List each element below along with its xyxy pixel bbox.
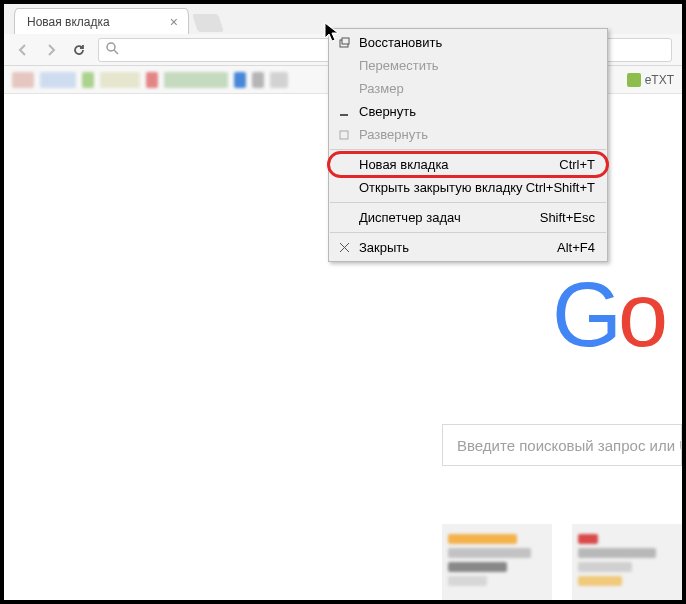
tab-active[interactable]: Новая вкладка × bbox=[14, 8, 189, 34]
svg-rect-5 bbox=[340, 131, 348, 139]
new-tab-button[interactable] bbox=[192, 14, 224, 32]
reload-button[interactable] bbox=[70, 41, 88, 59]
bookmark-item[interactable] bbox=[12, 72, 34, 88]
bookmark-item-etxt[interactable]: eTXT bbox=[627, 72, 674, 88]
bookmark-item[interactable] bbox=[82, 72, 94, 88]
site-tile[interactable] bbox=[442, 524, 552, 600]
menu-label: Открыть закрытую вкладку bbox=[359, 180, 523, 195]
tile-blur bbox=[448, 548, 531, 558]
tab-title: Новая вкладка bbox=[27, 15, 110, 29]
minimize-icon bbox=[337, 106, 351, 118]
menu-separator bbox=[330, 232, 606, 233]
menu-close[interactable]: Закрыть Alt+F4 bbox=[329, 236, 607, 259]
svg-line-1 bbox=[114, 50, 118, 54]
google-logo: Go bbox=[552, 264, 682, 367]
tile-blur bbox=[578, 548, 656, 558]
browser-window: Новая вкладка × e bbox=[4, 4, 682, 600]
maximize-icon bbox=[337, 129, 351, 141]
tile-blur bbox=[578, 576, 622, 586]
menu-size: Размер bbox=[329, 77, 607, 100]
search-icon bbox=[105, 41, 119, 59]
bookmark-item[interactable] bbox=[40, 72, 76, 88]
bookmark-label: eTXT bbox=[645, 73, 674, 87]
bookmark-item[interactable] bbox=[252, 72, 264, 88]
bookmark-item[interactable] bbox=[234, 72, 246, 88]
tile-blur bbox=[448, 562, 507, 572]
svg-rect-3 bbox=[342, 38, 349, 44]
tile-blur bbox=[578, 562, 632, 572]
close-icon bbox=[337, 242, 351, 253]
menu-label: Закрыть bbox=[359, 240, 409, 255]
menu-shortcut: Ctrl+Shift+T bbox=[526, 180, 595, 195]
search-placeholder: Введите поисковый запрос или URL bbox=[457, 437, 682, 454]
menu-label: Диспетчер задач bbox=[359, 210, 461, 225]
site-tile[interactable] bbox=[572, 524, 682, 600]
back-button[interactable] bbox=[14, 41, 32, 59]
menu-move: Переместить bbox=[329, 54, 607, 77]
menu-label: Развернуть bbox=[359, 127, 428, 142]
menu-maximize: Развернуть bbox=[329, 123, 607, 146]
bookmark-item[interactable] bbox=[146, 72, 158, 88]
menu-label: Свернуть bbox=[359, 104, 416, 119]
close-tab-icon[interactable]: × bbox=[170, 15, 178, 29]
menu-separator bbox=[330, 202, 606, 203]
menu-minimize[interactable]: Свернуть bbox=[329, 100, 607, 123]
bookmark-item[interactable] bbox=[270, 72, 288, 88]
tile-blur bbox=[448, 534, 517, 544]
menu-label: Размер bbox=[359, 81, 404, 96]
menu-label: Переместить bbox=[359, 58, 439, 73]
menu-shortcut: Alt+F4 bbox=[557, 240, 595, 255]
menu-reopen-tab[interactable]: Открыть закрытую вкладку Ctrl+Shift+T bbox=[329, 176, 607, 199]
menu-label: Восстановить bbox=[359, 35, 442, 50]
menu-separator bbox=[330, 149, 606, 150]
menu-label: Новая вкладка bbox=[359, 157, 449, 172]
menu-restore[interactable]: Восстановить bbox=[329, 31, 607, 54]
bookmark-item[interactable] bbox=[100, 72, 140, 88]
search-input[interactable]: Введите поисковый запрос или URL bbox=[442, 424, 682, 466]
window-context-menu: Восстановить Переместить Размер Свернуть… bbox=[328, 28, 608, 262]
most-visited-tiles bbox=[442, 524, 682, 600]
bookmark-item[interactable] bbox=[164, 72, 228, 88]
menu-shortcut: Shift+Esc bbox=[540, 210, 595, 225]
tile-blur bbox=[448, 576, 487, 586]
menu-shortcut: Ctrl+T bbox=[559, 157, 595, 172]
restore-icon bbox=[337, 37, 351, 49]
tile-blur bbox=[578, 534, 598, 544]
menu-task-manager[interactable]: Диспетчер задач Shift+Esc bbox=[329, 206, 607, 229]
bookmark-favicon bbox=[627, 73, 641, 87]
menu-new-tab[interactable]: Новая вкладка Ctrl+T bbox=[329, 153, 607, 176]
svg-point-0 bbox=[107, 43, 115, 51]
forward-button[interactable] bbox=[42, 41, 60, 59]
